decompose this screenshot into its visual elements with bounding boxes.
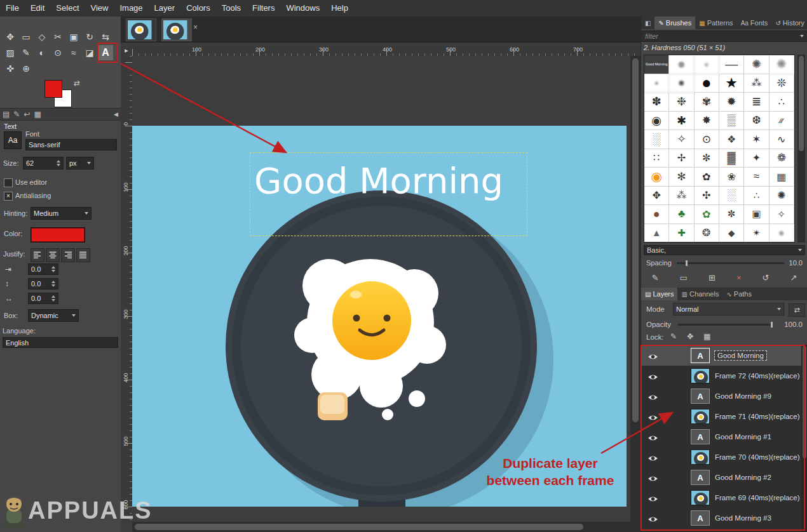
layer-name[interactable]: Frame 70 (40ms)(replace)	[715, 453, 800, 461]
frame-layer-thumbnail[interactable]	[691, 490, 710, 505]
devices-icon[interactable]: ✎	[13, 110, 20, 119]
tab-brushes[interactable]: ✎Brushes	[654, 17, 695, 29]
justify-center-button[interactable]	[46, 248, 60, 262]
mode-select[interactable]: Normal	[673, 303, 784, 316]
visibility-eye-icon[interactable]	[648, 413, 659, 420]
smudge-tool[interactable]: ≈	[66, 45, 81, 60]
pencil-tool[interactable]: ✎	[18, 45, 34, 60]
brush-item[interactable]: ❉	[669, 93, 694, 112]
crop-tool[interactable]: ▣	[66, 29, 81, 44]
brush-item[interactable]: ▓	[719, 149, 744, 168]
text-layer-thumbnail[interactable]: A	[691, 470, 710, 485]
layer-name[interactable]: Good Morning #1	[715, 433, 771, 441]
brush-item[interactable]: ❊	[770, 74, 794, 93]
text-layer-thumbnail[interactable]: A	[691, 348, 710, 363]
brush-item[interactable]: ✹	[719, 93, 744, 112]
brush-item[interactable]: ✥	[644, 187, 669, 206]
language-input[interactable]: English	[3, 337, 118, 348]
brush-item[interactable]: ❁	[770, 149, 794, 168]
brush-item[interactable]: ⁂	[744, 74, 769, 93]
visibility-eye-icon[interactable]	[648, 474, 659, 481]
brush-item[interactable]: ✿	[695, 168, 719, 187]
tab-channels[interactable]: ▥Channels	[677, 288, 722, 300]
brush-item[interactable]: ≈	[744, 168, 769, 187]
scrollbar-thumb[interactable]	[803, 346, 806, 458]
indent-input[interactable]: 0.0	[28, 263, 58, 275]
brush-item[interactable]: ✾	[695, 93, 719, 112]
canvas-text[interactable]: Good Morning	[254, 153, 503, 209]
layer-name[interactable]: Good Morning	[715, 351, 766, 360]
text-layer-bounding-box[interactable]: Good Morning	[250, 152, 527, 236]
brush-item[interactable]: ✦	[744, 149, 769, 168]
image-canvas[interactable]: Good Morning	[132, 126, 627, 507]
visibility-eye-icon[interactable]	[648, 514, 659, 522]
menu-select[interactable]: Select	[50, 0, 85, 17]
brush-item[interactable]: ✺	[770, 187, 794, 206]
dock-collapse-icon[interactable]: ◀	[114, 111, 118, 117]
layer-row[interactable]: Frame 70 (40ms)(replace)	[641, 447, 807, 467]
line-spacing-stepper[interactable]	[51, 281, 55, 287]
brush-item[interactable]: ▣	[744, 205, 769, 224]
visibility-eye-icon[interactable]	[648, 392, 659, 400]
menu-windows[interactable]: Windows	[280, 0, 325, 17]
menu-edit[interactable]: Edit	[25, 0, 50, 17]
menu-layer[interactable]: Layer	[149, 0, 181, 17]
brush-item[interactable]: ∷	[644, 149, 669, 168]
visibility-eye-icon[interactable]	[648, 494, 659, 502]
tab-dialog-menu[interactable]: ◧	[641, 17, 654, 29]
images-icon[interactable]: ▦	[34, 110, 41, 119]
brush-item[interactable]: ❀	[719, 168, 744, 187]
font-picker-button[interactable]: Aa	[4, 131, 22, 149]
move-tool[interactable]: ✥	[3, 29, 18, 44]
tab-fonts[interactable]: AaFonts	[737, 17, 772, 29]
layer-row[interactable]: Frame 72 (40ms)(replace)	[641, 366, 807, 386]
layer-row[interactable]: AGood Morning #9	[641, 386, 807, 406]
foreground-color-swatch[interactable]	[44, 80, 62, 98]
brush-item[interactable]: ●	[669, 74, 694, 93]
brush-item[interactable]: ⁂	[669, 187, 694, 206]
justify-fill-button[interactable]	[76, 248, 90, 262]
brush-item[interactable]: ◆	[719, 224, 744, 243]
text-layer-thumbnail[interactable]: A	[691, 429, 710, 444]
slider-handle[interactable]	[686, 260, 688, 266]
size-input[interactable]: 62	[23, 157, 64, 170]
color-picker-tool[interactable]: ✜	[3, 61, 18, 76]
visibility-eye-icon[interactable]	[648, 453, 659, 461]
free-select-tool[interactable]: ◇	[34, 29, 50, 44]
brush-item[interactable]: ∴	[744, 187, 769, 206]
layer-row[interactable]: AGood Morning #1	[641, 427, 807, 447]
brush-item[interactable]: ❆	[744, 112, 769, 131]
refresh-brushes-button[interactable]: ↺	[763, 273, 770, 283]
brush-item[interactable]: ♣	[669, 205, 694, 224]
layers-scrollbar[interactable]	[801, 345, 807, 532]
tab-patterns[interactable]: ▦Patterns	[695, 17, 736, 29]
visibility-eye-icon[interactable]	[648, 352, 659, 359]
brush-item[interactable]: ⊙	[695, 130, 719, 149]
line-spacing-input[interactable]: 0.0	[28, 278, 58, 289]
brush-item[interactable]: ★	[719, 74, 744, 93]
opacity-slider[interactable]	[678, 324, 772, 326]
font-select[interactable]: Sans-serif	[25, 139, 117, 150]
layer-row[interactable]: Frame 69 (40ms)(replace)	[641, 488, 807, 508]
flip-tool[interactable]: ⇆	[98, 29, 113, 44]
menu-help[interactable]: Help	[325, 0, 354, 17]
swap-colors-icon[interactable]: ⇄	[74, 79, 80, 88]
menu-tools[interactable]: Tools	[216, 0, 247, 17]
frame-layer-thumbnail[interactable]	[691, 409, 710, 424]
brush-item[interactable]: ✻	[669, 168, 694, 187]
brush-item[interactable]: ✢	[669, 149, 694, 168]
brush-filter-input[interactable]: filter	[641, 30, 807, 42]
brush-item[interactable]: ∕∕∕	[770, 112, 794, 131]
menu-filters[interactable]: Filters	[247, 0, 280, 17]
horizontal-scrollbar[interactable]	[132, 522, 630, 532]
brush-item[interactable]: ✱	[669, 112, 694, 131]
brush-item[interactable]: ✧	[669, 130, 694, 149]
ruler-corner-button[interactable]: ▶	[121, 46, 133, 57]
edit-brush-button[interactable]: ✎	[652, 273, 659, 283]
brush-item[interactable]: ▦	[770, 168, 794, 187]
brush-item[interactable]: ✚	[669, 224, 694, 243]
brush-item[interactable]: ✶	[744, 130, 769, 149]
brush-item[interactable]: ✸	[695, 112, 719, 131]
letter-spacing-stepper[interactable]	[51, 295, 55, 302]
layer-name[interactable]: Good Morning #2	[715, 474, 771, 481]
